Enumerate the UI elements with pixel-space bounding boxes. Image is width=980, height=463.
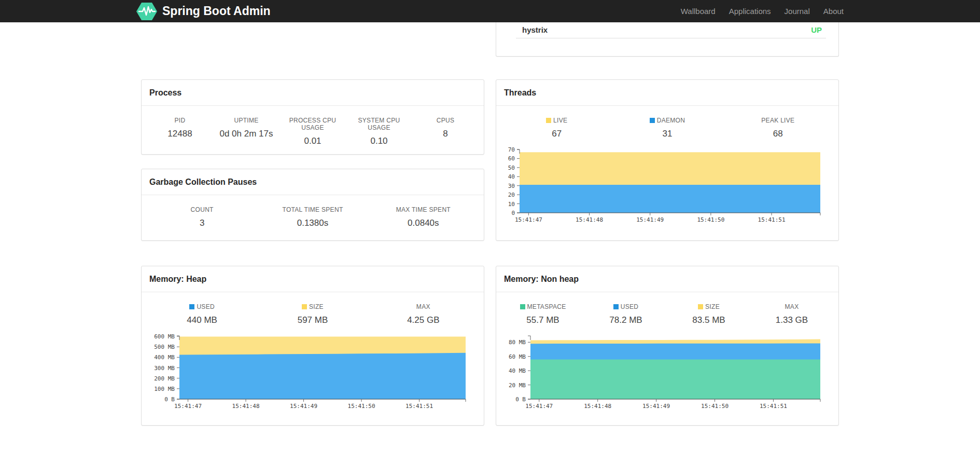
health-row-hystrix: hystrix UP [516,22,826,38]
stat-uptime: UPTIME 0d 0h 2m 17s [213,117,279,146]
stat-gc-count: COUNT 3 [147,206,257,228]
heap-panel-title: Memory: Heap [142,266,484,292]
svg-text:70: 70 [508,146,515,153]
health-indicator-name: hystrix [522,25,548,34]
main-content: Process PID 12488 UPTIME 0d 0h 2m 17s PR… [141,22,839,426]
gc-stats: COUNT 3 TOTAL TIME SPENT 0.1380s MAX TIM… [142,195,484,228]
svg-text:15:41:51: 15:41:51 [760,403,787,410]
stat-gc-total-time: TOTAL TIME SPENT 0.1380s [257,206,368,228]
nonheap-stats: METASPACE 55.7 MB USED 78.2 MB SIZE [496,292,838,325]
live-legend-swatch-icon [546,118,551,123]
threads-stats: LIVE 67 DAEMON 31 PEAK LIVE 68 [496,106,838,139]
svg-text:0: 0 [511,210,515,216]
size-legend-swatch-icon [698,304,703,309]
brand-title: Spring Boot Admin [162,4,271,18]
process-panel: Process PID 12488 UPTIME 0d 0h 2m 17s PR… [141,79,484,155]
stat-nonheap-max: MAX 1.33 GB [750,303,833,325]
navbar: Spring Boot Admin Wallboard Applications… [0,0,980,22]
size-legend-swatch-icon [302,304,307,309]
memory-nonheap-panel: Memory: Non heap METASPACE 55.7 MB USED … [496,266,839,426]
svg-text:20 MB: 20 MB [509,382,526,389]
svg-text:40 MB: 40 MB [509,367,526,374]
svg-text:30: 30 [508,183,515,189]
metaspace-legend-swatch-icon [520,304,525,309]
used-legend-swatch-icon [613,304,619,309]
svg-text:15:41:49: 15:41:49 [636,216,664,223]
daemon-legend-swatch-icon [650,118,655,123]
stat-nonheap-metaspace: METASPACE 55.7 MB [501,303,584,325]
heap-stats: USED 440 MB SIZE 597 MB MAX 4.25 GB [142,292,484,325]
stat-gc-max-time: MAX TIME SPENT 0.0840s [368,206,479,228]
stat-threads-live: LIVE 67 [501,117,612,139]
used-legend-swatch-icon [189,304,194,309]
nonheap-area-chart: 0 B20 MB40 MB60 MB80 MB15:41:4715:41:481… [504,333,831,412]
svg-text:15:41:47: 15:41:47 [174,403,202,410]
threads-panel-title: Threads [496,80,838,106]
svg-text:15:41:48: 15:41:48 [584,403,611,410]
svg-text:400 MB: 400 MB [154,354,175,361]
svg-text:300 MB: 300 MB [154,365,175,372]
nav-item-wallboard[interactable]: Wallboard [674,7,722,16]
svg-text:15:41:47: 15:41:47 [525,403,553,410]
memory-heap-panel: Memory: Heap USED 440 MB SIZE 597 MB [141,266,484,426]
svg-text:15:41:48: 15:41:48 [232,403,260,410]
nav-item-journal[interactable]: Journal [778,7,817,16]
gc-panel-title: Garbage Collection Pauses [142,169,484,195]
svg-text:500 MB: 500 MB [154,344,175,350]
health-details-panel: hystrix UP [496,22,839,57]
stat-nonheap-size: SIZE 83.5 MB [667,303,750,325]
spring-boot-admin-logo-icon [136,3,157,20]
stat-threads-daemon: DAEMON 31 [612,117,722,139]
svg-text:15:41:50: 15:41:50 [701,403,729,410]
svg-text:60: 60 [508,155,515,162]
stat-heap-max: MAX 4.25 GB [368,303,479,325]
process-panel-title: Process [142,80,484,106]
svg-text:15:41:50: 15:41:50 [697,216,724,223]
svg-text:40: 40 [508,173,515,180]
svg-text:100 MB: 100 MB [154,386,175,392]
stat-threads-peak-live: PEAK LIVE 68 [723,117,833,139]
brand-link[interactable]: Spring Boot Admin [136,3,271,20]
stat-cpus: CPUS 8 [412,117,479,146]
svg-text:15:41:51: 15:41:51 [758,216,786,223]
threads-panel: Threads LIVE 67 DAEMON 31 [496,79,839,241]
heap-area-chart: 0 B100 MB200 MB300 MB400 MB500 MB600 MB1… [149,333,476,412]
stat-system-cpu-usage: SYSTEM CPU USAGE 0.10 [346,117,412,146]
threads-area-chart: 01020304050607015:41:4715:41:4815:41:491… [504,146,831,225]
nonheap-panel-title: Memory: Non heap [496,266,838,292]
svg-text:80 MB: 80 MB [509,339,526,346]
health-status-badge: UP [811,25,822,34]
svg-text:15:41:50: 15:41:50 [348,403,375,410]
stat-nonheap-used: USED 78.2 MB [584,303,667,325]
svg-text:15:41:49: 15:41:49 [290,403,317,410]
right-column: hystrix UP Threads LIVE 67 DAE [496,22,839,426]
svg-text:10: 10 [508,201,515,208]
stat-pid: PID 12488 [147,117,213,146]
svg-text:50: 50 [508,165,515,171]
process-stats: PID 12488 UPTIME 0d 0h 2m 17s PROCESS CP… [142,106,484,146]
nav-menu: Wallboard Applications Journal About [674,7,844,16]
nav-item-about[interactable]: About [817,7,844,16]
svg-text:15:41:48: 15:41:48 [576,216,603,223]
svg-text:200 MB: 200 MB [154,375,175,382]
svg-text:600 MB: 600 MB [154,333,175,340]
svg-text:0 B: 0 B [164,396,175,403]
svg-text:15:41:49: 15:41:49 [642,403,670,410]
left-column: Process PID 12488 UPTIME 0d 0h 2m 17s PR… [141,22,484,426]
stat-process-cpu-usage: PROCESS CPU USAGE 0.01 [279,117,346,146]
nav-item-applications[interactable]: Applications [722,7,778,16]
svg-text:15:41:51: 15:41:51 [405,403,433,410]
gc-pauses-panel: Garbage Collection Pauses COUNT 3 TOTAL … [141,169,484,241]
svg-text:60 MB: 60 MB [509,353,526,360]
svg-text:20: 20 [508,192,515,198]
svg-text:15:41:47: 15:41:47 [515,216,542,223]
svg-text:0 B: 0 B [515,396,526,403]
stat-heap-size: SIZE 597 MB [257,303,368,325]
stat-heap-used: USED 440 MB [147,303,257,325]
